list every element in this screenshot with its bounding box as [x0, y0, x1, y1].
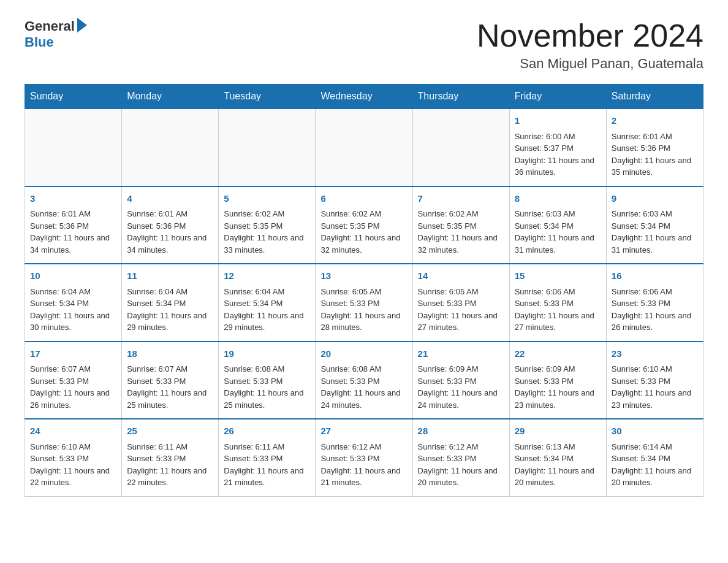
- day-info-line: Daylight: 11 hours and 34 minutes.: [30, 232, 116, 256]
- day-info-line: Daylight: 11 hours and 22 minutes.: [30, 465, 116, 489]
- day-of-week-header: Tuesday: [219, 85, 316, 109]
- day-info-line: Daylight: 11 hours and 23 minutes.: [515, 387, 601, 411]
- day-info-line: Sunset: 5:33 PM: [515, 297, 601, 310]
- day-info-line: Sunset: 5:33 PM: [515, 375, 601, 388]
- calendar-cell: 8Sunrise: 6:03 AMSunset: 5:34 PMDaylight…: [509, 186, 606, 264]
- calendar-cell: 17Sunrise: 6:07 AMSunset: 5:33 PMDayligh…: [25, 342, 122, 419]
- day-info-line: Sunset: 5:33 PM: [612, 375, 698, 388]
- day-info-line: Sunset: 5:35 PM: [418, 220, 504, 232]
- day-number: 22: [515, 347, 601, 361]
- page-header: General Blue November 2024 San Miguel Pa…: [25, 18, 703, 72]
- day-info-line: Sunset: 5:35 PM: [320, 220, 407, 232]
- day-info-line: Sunset: 5:34 PM: [612, 453, 698, 465]
- calendar-cell: 30Sunrise: 6:14 AMSunset: 5:34 PMDayligh…: [606, 419, 703, 496]
- day-number: 26: [224, 424, 310, 439]
- day-info-line: Sunrise: 6:13 AM: [515, 441, 601, 453]
- calendar-cell: 25Sunrise: 6:11 AMSunset: 5:33 PMDayligh…: [122, 419, 219, 496]
- day-info-line: Daylight: 11 hours and 31 minutes.: [515, 232, 601, 256]
- day-of-week-header: Wednesday: [316, 85, 412, 109]
- day-info-line: Daylight: 11 hours and 34 minutes.: [127, 232, 213, 256]
- day-info-line: Sunset: 5:33 PM: [30, 453, 116, 465]
- calendar-cell: 29Sunrise: 6:13 AMSunset: 5:34 PMDayligh…: [509, 419, 606, 496]
- logo: General Blue: [25, 18, 87, 50]
- day-number: 29: [515, 424, 601, 439]
- day-info-line: Sunrise: 6:02 AM: [320, 208, 407, 220]
- logo-arrow-icon: [77, 18, 87, 33]
- day-number: 28: [418, 424, 504, 439]
- day-info-line: Sunrise: 6:01 AM: [612, 131, 698, 143]
- day-of-week-header: Thursday: [412, 85, 509, 109]
- day-of-week-header: Sunday: [25, 85, 122, 109]
- day-info-line: Sunrise: 6:04 AM: [127, 286, 213, 298]
- calendar-header-row: SundayMondayTuesdayWednesdayThursdayFrid…: [25, 85, 703, 109]
- day-number: 9: [612, 192, 698, 206]
- day-info-line: Sunset: 5:34 PM: [515, 453, 601, 465]
- day-info-line: Sunrise: 6:02 AM: [224, 208, 310, 220]
- day-info-line: Sunset: 5:36 PM: [612, 142, 698, 155]
- day-info-line: Sunrise: 6:14 AM: [612, 441, 698, 453]
- day-number: 13: [320, 269, 407, 283]
- day-number: 19: [224, 347, 310, 361]
- day-info-line: Daylight: 11 hours and 24 minutes.: [320, 387, 407, 411]
- day-info-line: Daylight: 11 hours and 29 minutes.: [224, 310, 310, 334]
- day-info-line: Daylight: 11 hours and 28 minutes.: [320, 310, 407, 334]
- day-number: 11: [127, 269, 213, 283]
- day-number: 24: [30, 424, 116, 439]
- calendar-week-row: 17Sunrise: 6:07 AMSunset: 5:33 PMDayligh…: [25, 342, 703, 419]
- day-info-line: Sunrise: 6:04 AM: [30, 286, 116, 298]
- calendar-cell: 27Sunrise: 6:12 AMSunset: 5:33 PMDayligh…: [316, 419, 412, 496]
- day-number: 20: [320, 347, 407, 361]
- day-number: 25: [127, 424, 213, 439]
- day-info-line: Daylight: 11 hours and 21 minutes.: [320, 465, 407, 489]
- day-info-line: Sunset: 5:37 PM: [515, 142, 601, 155]
- day-info-line: Sunset: 5:33 PM: [127, 375, 213, 388]
- calendar-week-row: 1Sunrise: 6:00 AMSunset: 5:37 PMDaylight…: [25, 109, 703, 186]
- day-info-line: Daylight: 11 hours and 30 minutes.: [30, 310, 116, 334]
- calendar-cell: 13Sunrise: 6:05 AMSunset: 5:33 PMDayligh…: [316, 264, 412, 342]
- day-info-line: Daylight: 11 hours and 31 minutes.: [612, 232, 698, 256]
- calendar-cell: 7Sunrise: 6:02 AMSunset: 5:35 PMDaylight…: [412, 186, 509, 264]
- day-info-line: Sunrise: 6:09 AM: [418, 363, 504, 375]
- day-info-line: Sunset: 5:35 PM: [224, 220, 310, 232]
- calendar-cell: 28Sunrise: 6:12 AMSunset: 5:33 PMDayligh…: [412, 419, 509, 496]
- day-info-line: Sunrise: 6:07 AM: [127, 363, 213, 375]
- day-number: 10: [30, 269, 116, 283]
- calendar-cell: [316, 109, 412, 186]
- calendar-cell: 9Sunrise: 6:03 AMSunset: 5:34 PMDaylight…: [606, 186, 703, 264]
- calendar-cell: 16Sunrise: 6:06 AMSunset: 5:33 PMDayligh…: [606, 264, 703, 342]
- day-info-line: Daylight: 11 hours and 33 minutes.: [224, 232, 310, 256]
- day-info-line: Sunrise: 6:02 AM: [418, 208, 504, 220]
- calendar-cell: 18Sunrise: 6:07 AMSunset: 5:33 PMDayligh…: [122, 342, 219, 419]
- day-info-line: Sunrise: 6:03 AM: [612, 208, 698, 220]
- calendar-cell: [219, 109, 316, 186]
- day-number: 16: [612, 269, 698, 283]
- day-info-line: Sunrise: 6:08 AM: [320, 363, 407, 375]
- day-info-line: Daylight: 11 hours and 20 minutes.: [515, 465, 601, 489]
- calendar-cell: 20Sunrise: 6:08 AMSunset: 5:33 PMDayligh…: [316, 342, 412, 419]
- logo-blue-text: Blue: [25, 34, 54, 50]
- title-block: November 2024 San Miguel Panan, Guatemal…: [477, 18, 703, 72]
- day-info-line: Sunrise: 6:08 AM: [224, 363, 310, 375]
- day-info-line: Sunrise: 6:01 AM: [127, 208, 213, 220]
- day-info-line: Sunset: 5:33 PM: [30, 375, 116, 388]
- day-info-line: Sunset: 5:34 PM: [127, 297, 213, 310]
- day-info-line: Daylight: 11 hours and 20 minutes.: [418, 465, 504, 489]
- day-info-line: Daylight: 11 hours and 32 minutes.: [418, 232, 504, 256]
- day-info-line: Daylight: 11 hours and 35 minutes.: [612, 155, 698, 178]
- day-info-line: Daylight: 11 hours and 25 minutes.: [127, 387, 213, 411]
- day-number: 12: [224, 269, 310, 283]
- calendar-title: November 2024: [477, 18, 703, 53]
- day-info-line: Sunrise: 6:09 AM: [515, 363, 601, 375]
- day-info-line: Sunset: 5:33 PM: [320, 297, 407, 310]
- day-info-line: Sunrise: 6:05 AM: [320, 286, 407, 298]
- day-info-line: Sunrise: 6:06 AM: [612, 286, 698, 298]
- day-info-line: Daylight: 11 hours and 25 minutes.: [224, 387, 310, 411]
- calendar-table: SundayMondayTuesdayWednesdayThursdayFrid…: [25, 84, 703, 497]
- day-info-line: Sunset: 5:33 PM: [418, 375, 504, 388]
- day-info-line: Sunset: 5:36 PM: [30, 220, 116, 232]
- calendar-cell: 6Sunrise: 6:02 AMSunset: 5:35 PMDaylight…: [316, 186, 412, 264]
- day-info-line: Sunset: 5:33 PM: [320, 375, 407, 388]
- day-info-line: Daylight: 11 hours and 26 minutes.: [30, 387, 116, 411]
- day-info-line: Sunset: 5:34 PM: [30, 297, 116, 310]
- calendar-cell: 10Sunrise: 6:04 AMSunset: 5:34 PMDayligh…: [25, 264, 122, 342]
